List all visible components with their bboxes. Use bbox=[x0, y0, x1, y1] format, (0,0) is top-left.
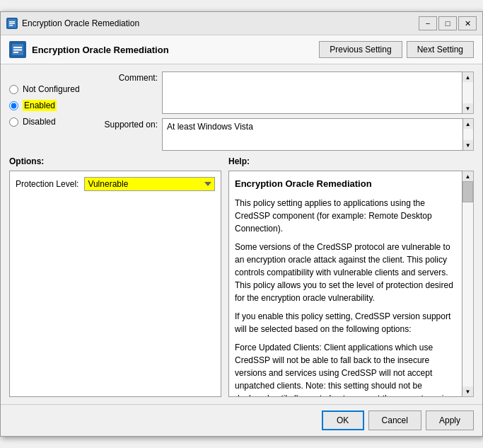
comment-with-scroll: ▲ ▼ bbox=[162, 71, 474, 114]
svg-rect-6 bbox=[13, 50, 22, 51]
header-title: Encryption Oracle Remediation bbox=[32, 45, 319, 55]
prev-setting-button[interactable]: Previous Setting bbox=[319, 41, 402, 58]
main-window: Encryption Oracle Remediation − □ ✕ Encr… bbox=[0, 11, 483, 437]
form-section: Not Configured Enabled Disabled Comment: bbox=[9, 71, 474, 151]
protection-label: Protection Level: bbox=[16, 179, 78, 189]
dialog-header: Encryption Oracle Remediation Previous S… bbox=[1, 35, 482, 64]
not-configured-radio[interactable] bbox=[9, 85, 18, 94]
close-button[interactable]: ✕ bbox=[458, 16, 477, 30]
supported-row: Supported on: At least Windows Vista ▲ ▼ bbox=[101, 118, 474, 151]
help-para-2: If you enable this policy setting, CredS… bbox=[235, 310, 456, 335]
main-content: Not Configured Enabled Disabled Comment: bbox=[1, 64, 482, 404]
supported-scroll-track bbox=[463, 129, 473, 140]
help-scrollbar: ▲ ▼ bbox=[462, 171, 474, 397]
svg-rect-2 bbox=[9, 23, 15, 25]
options-label: Options: bbox=[9, 156, 221, 166]
help-scroll-up[interactable]: ▲ bbox=[462, 171, 473, 181]
supported-with-scroll: At least Windows Vista ▲ ▼ bbox=[162, 118, 474, 151]
protection-row: Protection Level: Vulnerable Mitigated F… bbox=[16, 177, 215, 191]
minimize-button[interactable]: − bbox=[419, 16, 437, 30]
header-icon bbox=[9, 41, 26, 58]
comment-scroll-track bbox=[462, 82, 473, 103]
supported-scroll-up[interactable]: ▲ bbox=[463, 119, 473, 129]
enabled-label: Enabled bbox=[23, 100, 57, 111]
help-box: Encryption Oracle Remediation This polic… bbox=[228, 171, 462, 397]
comment-textarea[interactable] bbox=[162, 71, 462, 114]
fields-column: Comment: ▲ ▼ Supported on: bbox=[101, 71, 474, 151]
disabled-label: Disabled bbox=[23, 117, 56, 127]
options-help-row: Options: Protection Level: Vulnerable Mi… bbox=[9, 156, 474, 397]
comment-label: Comment: bbox=[101, 71, 158, 83]
protection-select[interactable]: Vulnerable Mitigated Force Updated Clien… bbox=[84, 177, 215, 191]
supported-scrollbar: ▲ ▼ bbox=[463, 118, 474, 151]
maximize-button[interactable]: □ bbox=[438, 16, 457, 30]
not-configured-label: Not Configured bbox=[23, 84, 80, 94]
help-scroll-track bbox=[462, 181, 473, 386]
next-setting-button[interactable]: Next Setting bbox=[407, 41, 474, 58]
title-bar: Encryption Oracle Remediation − □ ✕ bbox=[1, 12, 482, 35]
comment-area: ▲ ▼ bbox=[162, 71, 474, 114]
enabled-radio[interactable] bbox=[9, 101, 18, 110]
svg-rect-3 bbox=[9, 25, 13, 26]
apply-button[interactable]: Apply bbox=[426, 410, 474, 430]
help-scroll-down[interactable]: ▼ bbox=[462, 386, 473, 396]
supported-label: Supported on: bbox=[101, 118, 158, 130]
disabled-radio[interactable] bbox=[9, 117, 18, 127]
help-para-3: Force Updated Clients: Client applicatio… bbox=[235, 341, 456, 398]
supported-area: At least Windows Vista ▲ ▼ bbox=[162, 118, 474, 151]
cancel-button[interactable]: Cancel bbox=[368, 410, 421, 430]
not-configured-option[interactable]: Not Configured bbox=[9, 84, 94, 94]
svg-rect-7 bbox=[13, 52, 18, 53]
help-para-0: This policy setting applies to applicati… bbox=[235, 197, 456, 235]
help-para-1: Some versions of the CredSSP protocol ar… bbox=[235, 241, 456, 304]
comment-scroll-down[interactable]: ▼ bbox=[462, 103, 473, 113]
help-scroll-thumb bbox=[462, 181, 473, 202]
disabled-option[interactable]: Disabled bbox=[9, 117, 94, 127]
supported-value: At least Windows Vista bbox=[162, 118, 463, 151]
enabled-option[interactable]: Enabled bbox=[9, 100, 94, 111]
supported-scroll-down[interactable]: ▼ bbox=[463, 140, 473, 150]
comment-row: Comment: ▲ ▼ bbox=[101, 71, 474, 114]
window-controls: − □ ✕ bbox=[419, 16, 477, 30]
radio-column: Not Configured Enabled Disabled bbox=[9, 71, 94, 151]
help-text: This policy setting applies to applicati… bbox=[235, 197, 456, 398]
comment-scrollbar: ▲ ▼ bbox=[462, 71, 474, 114]
footer: OK Cancel Apply bbox=[1, 404, 482, 436]
help-label: Help: bbox=[228, 156, 474, 166]
options-panel: Options: Protection Level: Vulnerable Mi… bbox=[9, 156, 221, 397]
comment-scroll-up[interactable]: ▲ bbox=[462, 72, 473, 82]
nav-buttons: Previous Setting Next Setting bbox=[319, 41, 474, 58]
help-box-wrapper: Encryption Oracle Remediation This polic… bbox=[228, 171, 474, 397]
window-title: Encryption Oracle Remediation bbox=[22, 18, 419, 28]
options-box: Protection Level: Vulnerable Mitigated F… bbox=[9, 171, 221, 397]
ok-button[interactable]: OK bbox=[322, 410, 364, 430]
svg-rect-1 bbox=[9, 21, 15, 23]
svg-rect-5 bbox=[13, 47, 22, 48]
help-panel: Help: Encryption Oracle Remediation This… bbox=[228, 156, 474, 397]
window-icon bbox=[6, 18, 18, 29]
help-title: Encryption Oracle Remediation bbox=[235, 177, 456, 191]
